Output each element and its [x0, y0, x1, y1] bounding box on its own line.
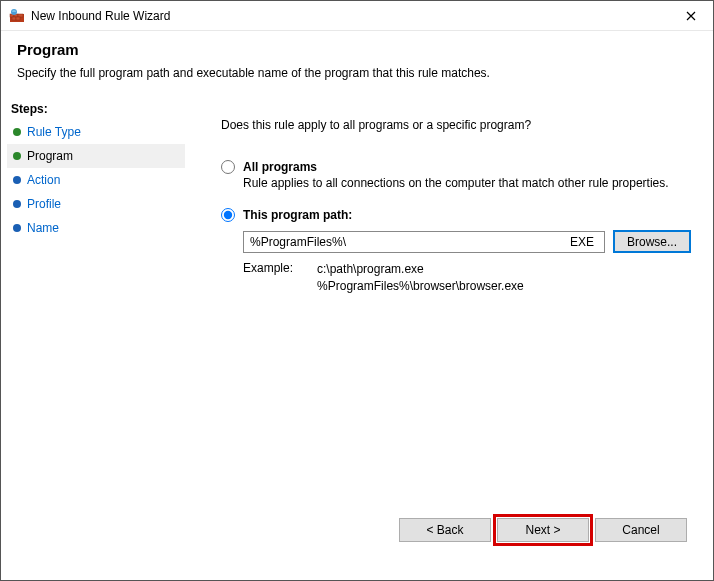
radio-label-all: All programs: [243, 160, 317, 174]
header: Program Specify the full program path an…: [1, 31, 713, 94]
svg-rect-5: [16, 17, 20, 20]
main-panel: Does this rule apply to all programs or …: [191, 94, 713, 562]
steps-sidebar: Steps: Rule Type Program Action Profile …: [1, 94, 191, 562]
radio-input-all[interactable]: [221, 160, 235, 174]
bullet-icon: [13, 176, 21, 184]
cancel-button[interactable]: Cancel: [595, 518, 687, 542]
window-title: New Inbound Rule Wizard: [31, 9, 668, 23]
bullet-icon: [13, 200, 21, 208]
step-label[interactable]: Name: [27, 221, 59, 235]
firewall-icon: [9, 8, 25, 24]
next-button[interactable]: Next >: [497, 518, 589, 542]
step-label[interactable]: Action: [27, 173, 60, 187]
example-path-2: %ProgramFiles%\browser\browser.exe: [317, 278, 524, 295]
step-label: Program: [27, 149, 73, 163]
example-label: Example:: [243, 261, 293, 295]
page-title: Program: [17, 41, 697, 58]
titlebar: New Inbound Rule Wizard: [1, 1, 713, 31]
path-ext: EXE: [570, 235, 598, 249]
svg-rect-4: [12, 17, 16, 20]
bullet-icon: [13, 224, 21, 232]
svg-rect-3: [18, 14, 23, 17]
bullet-icon: [13, 152, 21, 160]
step-program: Program: [7, 144, 185, 168]
path-value: %ProgramFiles%\: [250, 235, 346, 249]
radio-program-path[interactable]: This program path:: [221, 208, 691, 222]
radio-input-path[interactable]: [221, 208, 235, 222]
close-button[interactable]: [668, 1, 713, 31]
browse-button[interactable]: Browse...: [613, 230, 691, 253]
step-profile[interactable]: Profile: [7, 192, 185, 216]
bullet-icon: [13, 128, 21, 136]
step-label[interactable]: Profile: [27, 197, 61, 211]
radio-all-programs[interactable]: All programs: [221, 160, 691, 174]
page-subtitle: Specify the full program path and execut…: [17, 66, 697, 80]
steps-heading: Steps:: [7, 102, 185, 120]
program-path-input[interactable]: %ProgramFiles%\ EXE: [243, 231, 605, 253]
radio-desc-all: Rule applies to all connections on the c…: [243, 176, 691, 190]
footer-buttons: < Back Next > Cancel: [221, 508, 691, 552]
example-block: Example: c:\path\program.exe %ProgramFil…: [243, 261, 691, 295]
radio-label-path: This program path:: [243, 208, 352, 222]
back-button[interactable]: < Back: [399, 518, 491, 542]
step-action[interactable]: Action: [7, 168, 185, 192]
step-rule-type[interactable]: Rule Type: [7, 120, 185, 144]
step-label[interactable]: Rule Type: [27, 125, 81, 139]
step-name[interactable]: Name: [7, 216, 185, 240]
example-path-1: c:\path\program.exe: [317, 261, 524, 278]
main-prompt: Does this rule apply to all programs or …: [221, 118, 691, 132]
